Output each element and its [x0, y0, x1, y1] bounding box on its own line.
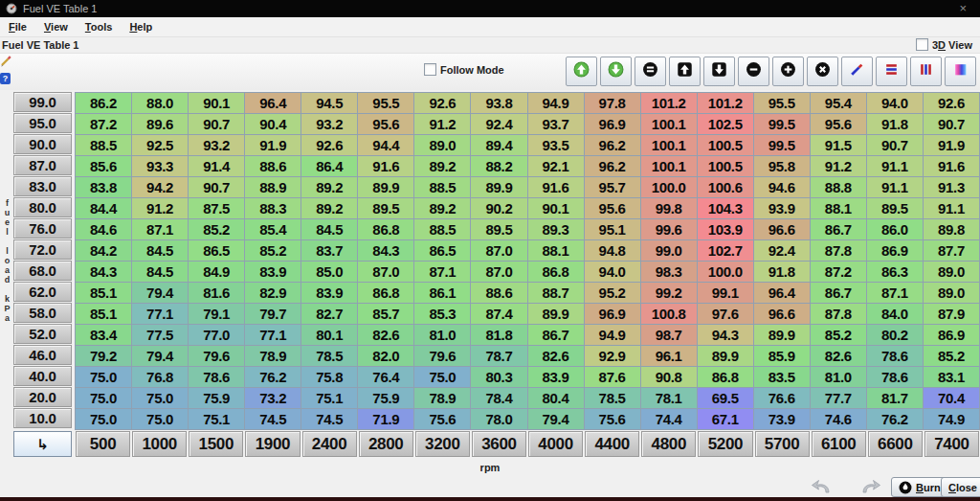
ve-cell[interactable]: 84.5 — [301, 219, 358, 240]
ve-cell[interactable]: 99.8 — [641, 198, 698, 219]
ve-cell[interactable]: 82.6 — [811, 346, 867, 367]
shift-up-button[interactable] — [669, 57, 701, 86]
ve-cell[interactable]: 84.3 — [76, 262, 132, 283]
ve-cell[interactable]: 86.9 — [867, 240, 924, 262]
ve-cell[interactable]: 76.4 — [358, 367, 414, 388]
rpm-bin-header[interactable]: 4400 — [585, 431, 639, 457]
ve-cell[interactable]: 80.1 — [301, 325, 358, 346]
ve-cell[interactable]: 86.8 — [528, 262, 585, 283]
ve-cell[interactable]: 85.2 — [189, 219, 245, 240]
ve-cell[interactable]: 88.6 — [245, 156, 301, 177]
ve-cell[interactable]: 74.9 — [924, 409, 980, 430]
ve-cell[interactable]: 88.6 — [471, 283, 527, 304]
ve-cell[interactable]: 78.6 — [867, 367, 924, 388]
ve-cell[interactable]: 78.5 — [585, 388, 641, 409]
ve-cell[interactable]: 96.6 — [754, 219, 811, 240]
ve-cell[interactable]: 100.0 — [641, 177, 698, 198]
ve-cell[interactable]: 75.0 — [76, 409, 132, 430]
set-equal-button[interactable] — [635, 57, 666, 86]
ve-cell[interactable]: 91.5 — [811, 135, 867, 156]
ve-cell[interactable]: 89.0 — [414, 135, 471, 156]
ve-cell[interactable]: 67.1 — [698, 409, 754, 430]
ve-cell[interactable]: 97.6 — [698, 304, 754, 325]
ve-cell[interactable]: 75.0 — [414, 367, 471, 388]
ve-cell[interactable]: 75.1 — [301, 388, 358, 409]
ve-cell[interactable]: 86.1 — [414, 283, 471, 304]
ve-cell[interactable]: 79.4 — [132, 346, 189, 367]
ve-cell[interactable]: 89.8 — [924, 219, 980, 240]
ve-cell[interactable]: 93.9 — [754, 198, 811, 219]
menu-file[interactable]: File — [0, 21, 35, 33]
ve-cell[interactable]: 91.6 — [924, 156, 980, 177]
ve-cell[interactable]: 83.7 — [301, 240, 358, 262]
ve-cell[interactable]: 85.6 — [76, 156, 132, 177]
ve-cell[interactable]: 101.2 — [641, 93, 698, 114]
ve-cell[interactable]: 87.1 — [132, 219, 189, 240]
ve-cell[interactable]: 76.2 — [867, 409, 924, 430]
ve-cell[interactable]: 88.0 — [132, 93, 189, 114]
ve-cell[interactable]: 74.5 — [301, 409, 358, 430]
ve-cell[interactable]: 75.0 — [132, 388, 189, 409]
ve-cell[interactable]: 86.5 — [189, 240, 245, 262]
ve-cell[interactable]: 78.7 — [471, 346, 527, 367]
ve-cell[interactable]: 89.9 — [754, 325, 811, 346]
load-bin-header[interactable]: 90.0 — [13, 134, 72, 154]
ve-cell[interactable]: 77.7 — [811, 388, 867, 409]
load-bin-header[interactable]: 87.0 — [13, 155, 72, 175]
ve-cell[interactable]: 82.6 — [358, 325, 414, 346]
ve-cell[interactable]: 82.7 — [301, 304, 358, 325]
3d-view-toggle[interactable]: 3D View — [916, 38, 972, 51]
load-bin-header[interactable]: 72.0 — [13, 239, 72, 260]
ve-cell[interactable]: 78.9 — [245, 346, 301, 367]
ve-cell[interactable]: 82.0 — [358, 346, 414, 367]
ve-cell[interactable]: 84.6 — [76, 219, 132, 240]
ve-cell[interactable]: 87.8 — [811, 304, 867, 325]
smooth-gradient-button[interactable] — [945, 57, 976, 86]
load-bin-header[interactable]: 99.0 — [13, 92, 72, 112]
ve-cell[interactable]: 89.0 — [924, 262, 980, 283]
ve-cell[interactable]: 79.1 — [189, 304, 245, 325]
ve-cell[interactable]: 89.2 — [301, 198, 358, 219]
load-bin-header[interactable]: 80.0 — [13, 197, 72, 217]
rpm-bin-header[interactable]: 2800 — [359, 431, 413, 457]
ve-cell[interactable]: 83.5 — [754, 367, 811, 388]
ve-cell[interactable]: 95.1 — [585, 219, 641, 240]
ve-cell[interactable]: 69.5 — [698, 388, 754, 409]
ve-cell[interactable]: 84.3 — [358, 240, 414, 262]
ve-cell[interactable]: 94.2 — [132, 177, 189, 198]
adjust-up-green-button[interactable] — [566, 57, 597, 86]
ve-cell[interactable]: 87.2 — [76, 114, 132, 135]
ve-cell[interactable]: 87.5 — [189, 198, 245, 219]
ve-cell[interactable]: 79.4 — [132, 283, 189, 304]
burn-button[interactable]: Burn — [891, 477, 948, 497]
ve-cell[interactable]: 86.8 — [358, 219, 414, 240]
rpm-bin-header[interactable]: 4000 — [528, 431, 583, 457]
ve-cell[interactable]: 85.2 — [811, 325, 867, 346]
ve-cell[interactable]: 91.9 — [245, 135, 301, 156]
increment-button[interactable] — [772, 57, 804, 86]
decrement-button[interactable] — [738, 57, 769, 86]
ve-cell[interactable]: 78.1 — [641, 388, 698, 409]
ve-cell[interactable]: 103.9 — [698, 219, 754, 240]
ve-cell[interactable]: 94.8 — [585, 240, 641, 262]
ve-cell[interactable]: 83.9 — [245, 262, 301, 283]
ve-cell[interactable]: 93.8 — [471, 93, 527, 114]
ve-cell[interactable]: 90.1 — [528, 198, 585, 219]
ve-cell[interactable]: 74.4 — [641, 409, 698, 430]
load-bin-header[interactable]: 10.0 — [13, 408, 72, 428]
ve-cell[interactable]: 104.3 — [698, 198, 754, 219]
ve-cell[interactable]: 94.3 — [698, 325, 754, 346]
ve-cell[interactable]: 86.3 — [867, 262, 924, 283]
ve-cell[interactable]: 88.5 — [414, 177, 471, 198]
ve-cell[interactable]: 89.6 — [132, 114, 189, 135]
ve-cell[interactable]: 86.7 — [528, 325, 585, 346]
ve-cell[interactable]: 88.1 — [528, 240, 585, 262]
ve-cell[interactable]: 79.2 — [76, 346, 132, 367]
ve-cell[interactable]: 95.6 — [585, 198, 641, 219]
ve-cell[interactable]: 96.2 — [585, 156, 641, 177]
rpm-bin-header[interactable]: 5200 — [698, 431, 752, 457]
ve-cell[interactable]: 89.4 — [471, 135, 527, 156]
rpm-bin-header[interactable]: 6100 — [812, 431, 866, 457]
ve-cell[interactable]: 89.5 — [867, 198, 924, 219]
ve-cell[interactable]: 99.6 — [641, 219, 698, 240]
